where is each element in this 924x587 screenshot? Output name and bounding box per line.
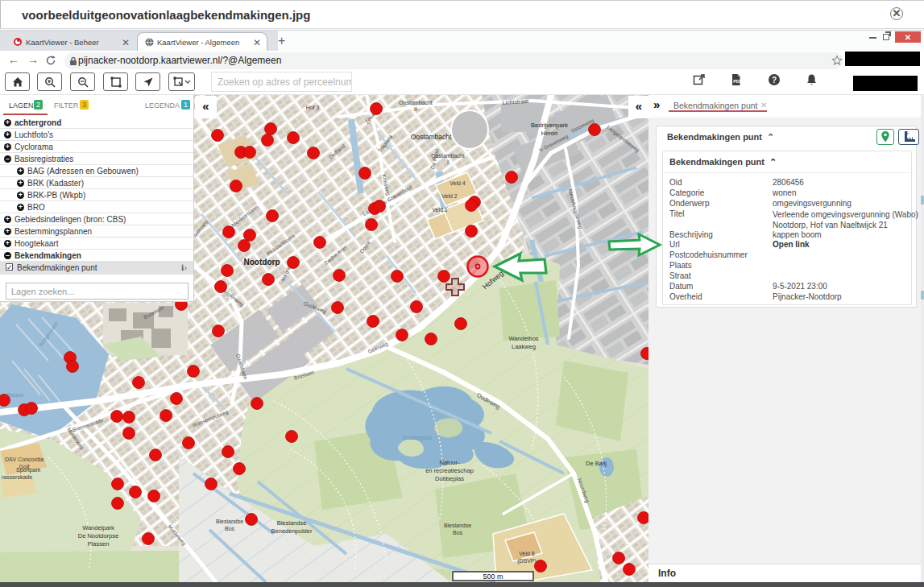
svg-text:Natuur-: Natuur- (439, 459, 460, 466)
svg-text:De Balij: De Balij (586, 460, 607, 467)
svg-text:Laakweg: Laakweg (512, 343, 536, 350)
svg-text:Veld 1: Veld 1 (432, 207, 448, 213)
svg-text:Bedrijvenpark: Bedrijvenpark (531, 122, 568, 129)
svg-text:PDF: PDF (733, 79, 742, 84)
svg-text:Plassen: Plassen (88, 540, 110, 548)
svg-text:Bieslandse: Bieslandse (277, 519, 307, 527)
svg-text:I: I (447, 159, 449, 165)
svg-text:Dobbeplas: Dobbeplas (435, 475, 464, 482)
svg-text:Wandelbos: Wandelbos (508, 335, 538, 342)
svg-text:Veld 8: Veld 8 (519, 551, 535, 556)
svg-text:II: II (414, 106, 417, 112)
svg-text:Benedenpolder: Benedenpolder (271, 527, 313, 535)
svg-text:Wandelpark: Wandelpark (82, 524, 114, 531)
svg-text:Bos: Bos (225, 526, 235, 531)
svg-text:?: ? (772, 76, 777, 85)
svg-text:Heron: Heron (541, 130, 557, 137)
svg-text:Bos: Bos (453, 530, 463, 535)
svg-text:De Nootdorpse: De Nootdorpse (78, 532, 118, 539)
svg-text:500 m: 500 m (483, 573, 503, 581)
svg-text:Veld 4: Veld 4 (450, 180, 466, 186)
svg-text:Oostambacht: Oostambacht (411, 133, 452, 141)
svg-text:en recreatieschap: en recreatieschap (425, 467, 474, 474)
svg-text:Bieslandse: Bieslandse (216, 519, 243, 524)
svg-text:Veld 2: Veld 2 (441, 193, 458, 199)
svg-text:(DSVP): (DSVP) (517, 558, 537, 564)
svg-text:Sportpark: Sportpark (16, 467, 41, 473)
svg-text:rasserskade: rasserskade (2, 474, 32, 480)
svg-text:Bieslandse: Bieslandse (444, 523, 471, 528)
svg-text:Hof 3: Hof 3 (306, 105, 320, 110)
svg-text:Dobbeplas: Dobbeplas (403, 434, 432, 441)
svg-text:Nootdorp: Nootdorp (244, 258, 280, 267)
svg-text:DSV Concordia: DSV Concordia (5, 457, 44, 462)
svg-text:Oostambacht: Oostambacht (399, 100, 433, 105)
